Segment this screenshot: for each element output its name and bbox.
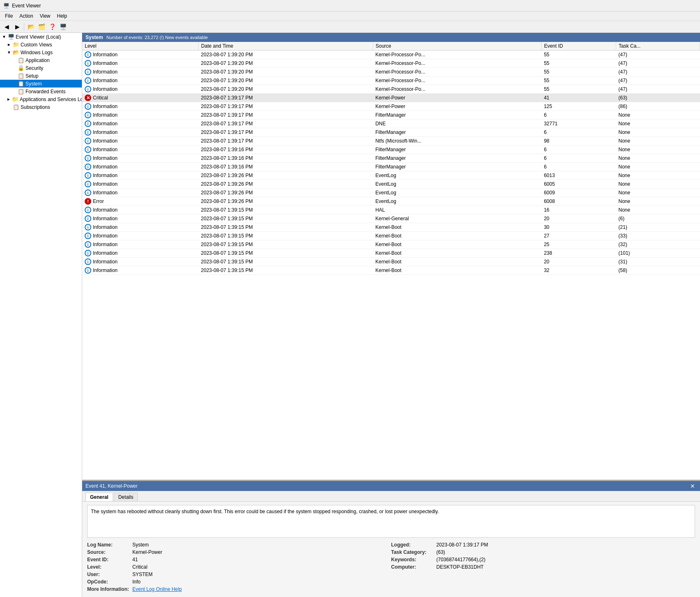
cell-eventid: 55 [541, 59, 616, 68]
table-row[interactable]: iInformation 2023-08-07 1:39:15 PM Kerne… [82, 266, 700, 275]
table-row[interactable]: iInformation 2023-08-07 1:39:20 PM Kerne… [82, 76, 700, 85]
cell-datetime: 2023-08-07 1:39:26 PM [199, 180, 373, 189]
menu-view[interactable]: View [37, 12, 54, 20]
table-row[interactable]: iInformation 2023-08-07 1:39:15 PM Kerne… [82, 249, 700, 258]
sidebar-label-security: Security [25, 65, 43, 71]
info-icon: i [85, 51, 91, 58]
connect-button[interactable]: 🖥️ [58, 22, 68, 31]
sidebar-item-setup[interactable]: 📋 Setup [0, 72, 82, 80]
table-row[interactable]: iInformation 2023-08-07 1:39:16 PM Filte… [82, 154, 700, 163]
cell-level: iInformation [82, 68, 199, 76]
table-row[interactable]: iInformation 2023-08-07 1:39:26 PM Event… [82, 171, 700, 180]
cell-taskcat: (63) [616, 94, 700, 102]
cell-eventid: 32771 [541, 120, 616, 128]
col-datetime[interactable]: Date and Time [199, 42, 373, 51]
detail-title-bar: Event 41, Kernel-Power ✕ [82, 481, 700, 491]
cell-eventid: 125 [541, 102, 616, 111]
event-table-wrap[interactable]: Level Date and Time Source Event ID Task… [82, 42, 700, 480]
level-text: Information [93, 52, 118, 58]
info-icon: i [85, 258, 91, 265]
help-button[interactable]: ❓ [47, 22, 57, 31]
cell-datetime: 2023-08-07 1:39:15 PM [199, 223, 373, 232]
table-row[interactable]: iInformation 2023-08-07 1:39:16 PM Filte… [82, 145, 700, 154]
cell-source: Kernel-Boot [373, 258, 541, 266]
tab-general[interactable]: General [85, 493, 113, 501]
sidebar-item-security[interactable]: 🔒 Security [0, 64, 82, 72]
sidebar-item-subscriptions[interactable]: 📋 Subscriptions [0, 103, 82, 111]
sidebar-item-forwarded-events[interactable]: 📋 Forwarded Events [0, 88, 82, 95]
cell-eventid: 98 [541, 137, 616, 145]
cell-eventid: 6013 [541, 171, 616, 180]
table-row[interactable]: iInformation 2023-08-07 1:39:15 PM HAL 1… [82, 206, 700, 214]
detail-field-row: Level:Critical [87, 564, 383, 570]
cell-level: iInformation [82, 145, 199, 154]
table-row[interactable]: iInformation 2023-08-07 1:39:17 PM Filte… [82, 128, 700, 137]
sidebar-item-root[interactable]: ▼ 🖥️ Event Viewer (Local) [0, 33, 82, 41]
cell-taskcat: (33) [616, 232, 700, 240]
table-row[interactable]: iInformation 2023-08-07 1:39:15 PM Kerne… [82, 223, 700, 232]
table-row[interactable]: iInformation 2023-08-07 1:39:15 PM Kerne… [82, 240, 700, 249]
info-icon: i [85, 69, 91, 75]
level-text: Information [93, 259, 118, 265]
table-row[interactable]: iInformation 2023-08-07 1:39:17 PM Filte… [82, 111, 700, 120]
cell-eventid: 55 [541, 76, 616, 85]
create-custom-view-button[interactable]: 🗂️ [37, 22, 46, 31]
cell-level: iInformation [82, 189, 199, 197]
col-eventid[interactable]: Event ID [541, 42, 616, 51]
table-row[interactable]: iInformation 2023-08-07 1:39:15 PM Kerne… [82, 232, 700, 240]
table-row[interactable]: iInformation 2023-08-07 1:39:17 PM Ntfs … [82, 137, 700, 145]
table-row[interactable]: iInformation 2023-08-07 1:39:26 PM Event… [82, 180, 700, 189]
tab-details[interactable]: Details [114, 493, 138, 501]
level-text: Critical [93, 95, 108, 101]
sidebar-label-system: System [25, 81, 42, 87]
level-text: Information [93, 129, 118, 135]
info-icon: i [85, 86, 91, 92]
cell-eventid: 41 [541, 94, 616, 102]
open-saved-log-button[interactable]: 📂 [26, 22, 36, 31]
table-row[interactable]: iInformation 2023-08-07 1:39:15 PM Kerne… [82, 214, 700, 223]
cell-level: iInformation [82, 137, 199, 145]
back-button[interactable]: ◀ [2, 22, 12, 31]
table-row[interactable]: iInformation 2023-08-07 1:39:20 PM Kerne… [82, 85, 700, 94]
forward-button[interactable]: ▶ [12, 22, 22, 31]
critical-icon: ✕ [85, 95, 91, 101]
info-icon: i [85, 155, 91, 161]
col-source[interactable]: Source [373, 42, 541, 51]
cell-taskcat: (47) [616, 68, 700, 76]
table-row[interactable]: iInformation 2023-08-07 1:39:20 PM Kerne… [82, 68, 700, 76]
cell-level: iInformation [82, 51, 199, 59]
sidebar-item-application[interactable]: 📋 Application [0, 56, 82, 64]
detail-close-button[interactable]: ✕ [688, 483, 697, 489]
cell-source: FilterManager [373, 128, 541, 137]
sidebar-item-custom-views[interactable]: ► 📁 Custom Views [0, 41, 82, 48]
col-level[interactable]: Level [82, 42, 199, 51]
table-row[interactable]: ✕Critical 2023-08-07 1:39:17 PM Kernel-P… [82, 94, 700, 102]
menu-help[interactable]: Help [54, 12, 71, 20]
event-table-head: Level Date and Time Source Event ID Task… [82, 42, 700, 51]
detail-field-value: Info [132, 579, 141, 585]
level-text: Information [93, 112, 118, 118]
menu-action[interactable]: Action [16, 12, 36, 20]
table-row[interactable]: iInformation 2023-08-07 1:39:26 PM Event… [82, 189, 700, 197]
table-row[interactable]: iInformation 2023-08-07 1:39:20 PM Kerne… [82, 51, 700, 59]
detail-link[interactable]: Event Log Online Help [132, 586, 182, 592]
cell-taskcat: None [616, 137, 700, 145]
detail-body: The system has rebooted without cleanly … [82, 502, 700, 597]
detail-field-row: Task Category:(63) [391, 549, 687, 555]
table-row[interactable]: !Error 2023-08-07 1:39:26 PM EventLog 60… [82, 197, 700, 206]
info-icon: i [85, 224, 91, 231]
table-row[interactable]: iInformation 2023-08-07 1:39:17 PM Kerne… [82, 102, 700, 111]
menu-file[interactable]: File [2, 12, 16, 20]
sidebar-item-app-services-logs[interactable]: ► 📁 Applications and Services Lo... [0, 95, 82, 103]
table-row[interactable]: iInformation 2023-08-07 1:39:15 PM Kerne… [82, 258, 700, 266]
col-taskcat[interactable]: Task Ca... [616, 42, 700, 51]
table-row[interactable]: iInformation 2023-08-07 1:39:17 PM DNE 3… [82, 120, 700, 128]
cell-datetime: 2023-08-07 1:39:26 PM [199, 197, 373, 206]
sidebar-item-windows-logs[interactable]: ▼ 📂 Windows Logs [0, 48, 82, 56]
sidebar-item-system[interactable]: 📋 System [0, 80, 82, 88]
level-text: Information [93, 155, 118, 161]
table-row[interactable]: iInformation 2023-08-07 1:39:20 PM Kerne… [82, 59, 700, 68]
table-row[interactable]: iInformation 2023-08-07 1:39:16 PM Filte… [82, 163, 700, 171]
cell-source: Kernel-Boot [373, 232, 541, 240]
cell-datetime: 2023-08-07 1:39:17 PM [199, 120, 373, 128]
